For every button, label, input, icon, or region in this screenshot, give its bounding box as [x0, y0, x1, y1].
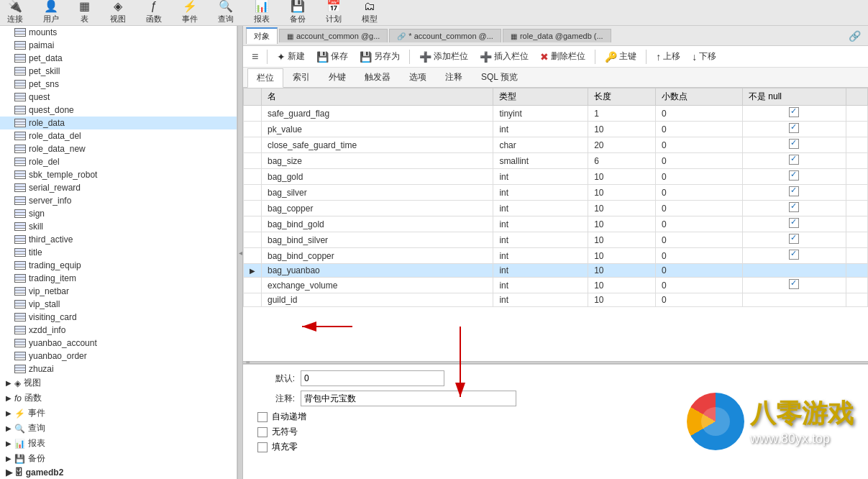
toolbar-event[interactable]: ⚡ 事件 [178, 0, 202, 26]
comment-input[interactable] [301, 391, 516, 406]
sidebar-group-view[interactable]: ▶ ◈ 视图 [0, 375, 237, 391]
toolbar-function[interactable]: ƒ 函数 [142, 0, 166, 26]
table-row[interactable]: bag_size smallint 6 0 [244, 153, 868, 169]
table-row[interactable]: bag_silver int 10 0 [244, 185, 868, 201]
move-up-button[interactable]: ↑ 上移 [651, 48, 685, 65]
auto-increment-checkbox[interactable] [257, 412, 268, 422]
field-tab-index[interactable]: 索引 [283, 68, 319, 87]
sidebar-item-mounts[interactable]: mounts [0, 26, 237, 39]
tab-account-common-1[interactable]: ▦ account_common @g... [279, 29, 388, 42]
unsigned-checkbox[interactable] [257, 427, 268, 437]
report-icon: 📊 [255, 1, 269, 12]
sidebar-item-role-data[interactable]: role_data [0, 117, 237, 129]
tab-account-common-2[interactable]: 🔗 * account_common @... [389, 29, 501, 42]
sidebar-resize-handle[interactable]: ◂ [237, 26, 243, 479]
toolbar-connect[interactable]: 🔌 连接 [3, 0, 27, 26]
sidebar-db-gamedb2[interactable]: ▶ 🗄 gamedb2 [0, 466, 237, 479]
table-row[interactable]: bag_bind_silver int 10 0 [244, 232, 868, 248]
sidebar-group-report[interactable]: ▶ 📊 报表 [0, 436, 237, 451]
table-row[interactable]: bag_gold int 10 0 [244, 169, 868, 185]
table-area[interactable]: 名 类型 长度 小数点 不是 null safe_guard_flag tiny… [243, 88, 868, 361]
table-row[interactable]: bag_bind_copper int 10 0 [244, 248, 868, 264]
sidebar-item-quest[interactable]: quest [0, 91, 237, 104]
field-tab-trigger[interactable]: 触发器 [355, 68, 400, 87]
table-row[interactable]: safe_guard_flag tinyint 1 0 [244, 106, 868, 122]
col-scroll [846, 88, 868, 106]
sidebar-item-yuanbao-account[interactable]: yuanbao_account [0, 337, 237, 350]
sidebar-item-paimai[interactable]: paimai [0, 39, 237, 52]
toolbar-user[interactable]: 👤 用户 [39, 0, 63, 26]
sidebar-item-skill[interactable]: skill [0, 220, 237, 233]
cell-name: exchange_volume [262, 278, 493, 293]
tab-object-label: 对象 [254, 31, 270, 42]
sidebar-item-trading-equip[interactable]: trading_equip [0, 259, 237, 272]
sidebar-item-trading-item[interactable]: trading_item [0, 272, 237, 285]
sidebar-item-xzdd-info[interactable]: xzdd_info [0, 324, 237, 337]
table-row[interactable]: ▶ bag_yuanbao int 10 0 [244, 264, 868, 278]
sidebar-item-yuanbao-order[interactable]: yuanbao_order [0, 350, 237, 362]
sidebar-group-event[interactable]: ▶ ⚡ 事件 [0, 406, 237, 421]
menu-icon[interactable]: ≡ [247, 49, 262, 65]
tab-link-button[interactable]: 🔗 [844, 29, 865, 43]
table-icon-role-data-del [14, 132, 26, 140]
field-tab-options[interactable]: 选项 [400, 68, 436, 87]
save-as-button[interactable]: 💾 另存为 [355, 48, 405, 65]
sidebar-item-serial-reward[interactable]: serial_reward [0, 181, 237, 194]
zerofill-checkbox[interactable] [257, 442, 268, 452]
table-row[interactable]: close_safe_guard_time char 20 0 [244, 137, 868, 153]
event-group-icon: ⚡ [14, 409, 25, 419]
sidebar-item-third-active[interactable]: third_active [0, 233, 237, 246]
save-button[interactable]: 💾 保存 [311, 48, 353, 65]
toolbar-model[interactable]: 🗂 模型 [357, 0, 382, 26]
field-tab-comment[interactable]: 注释 [436, 68, 472, 87]
sidebar-item-zhuzai[interactable]: zhuzai [0, 362, 237, 375]
sidebar-item-vip-stall[interactable]: vip_stall [0, 298, 237, 311]
toolbar-schedule[interactable]: 📅 计划 [321, 0, 346, 26]
table-row[interactable]: guild_id int 10 0 [244, 293, 868, 307]
sidebar-group-function[interactable]: ▶ fo 函数 [0, 391, 237, 406]
table-row[interactable]: exchange_volume int 10 0 [244, 278, 868, 293]
sidebar-item-pet-skill[interactable]: pet_skill [0, 65, 237, 78]
new-button[interactable]: ✦ 新建 [272, 48, 310, 65]
toolbar-view[interactable]: ◈ 视图 [106, 0, 130, 26]
auto-increment-label: 自动递增 [272, 411, 306, 423]
field-tab-columns[interactable]: 栏位 [247, 68, 283, 88]
sidebar-item-pet-sns[interactable]: pet_sns [0, 78, 237, 91]
toolbar-report[interactable]: 📊 报表 [250, 0, 274, 26]
sidebar-item-sbk[interactable]: sbk_temple_robot [0, 168, 237, 181]
delete-column-button[interactable]: ✖ 删除栏位 [535, 48, 590, 65]
insert-column-button[interactable]: ➕ 插入栏位 [475, 48, 534, 65]
sidebar-item-role-del[interactable]: role_del [0, 155, 237, 168]
col-arrow [244, 88, 262, 106]
save-as-label: 另存为 [374, 50, 400, 63]
sidebar-item-vip-netbar[interactable]: vip_netbar [0, 285, 237, 298]
cell-type: int [493, 293, 588, 307]
move-down-button[interactable]: ↓ 下移 [687, 48, 721, 65]
toolbar-query[interactable]: 🔍 查询 [214, 0, 238, 26]
sidebar-group-backup[interactable]: ▶ 💾 备份 [0, 451, 237, 466]
toolbar-backup[interactable]: 💾 备份 [285, 0, 310, 26]
sidebar-item-server-info[interactable]: server_info [0, 194, 237, 207]
table-row[interactable]: pk_value int 10 0 [244, 122, 868, 137]
toolbar-table[interactable]: ▦ 表 [75, 0, 94, 26]
down-icon: ↓ [692, 51, 697, 63]
sidebar-item-pet-data[interactable]: pet_data [0, 52, 237, 65]
arrow-right-icon6: ▶ [6, 455, 12, 462]
sidebar-group-query[interactable]: ▶ 🔍 查询 [0, 421, 237, 436]
tab-object[interactable]: 对象 [246, 27, 278, 44]
add-column-button[interactable]: ➕ 添加栏位 [414, 48, 473, 65]
default-input[interactable] [301, 370, 444, 386]
field-tab-foreign-key[interactable]: 外键 [319, 68, 355, 87]
field-tab-sql[interactable]: SQL 预览 [472, 68, 527, 87]
sidebar-item-role-data-del[interactable]: role_data_del [0, 129, 237, 142]
sidebar-item-quest-done[interactable]: quest_done [0, 104, 237, 117]
sidebar-item-sign[interactable]: sign [0, 207, 237, 220]
sidebar-item-role-data-new[interactable]: role_data_new [0, 142, 237, 155]
tab-role-data[interactable]: ▦ role_data @gamedb (... [503, 29, 611, 42]
sidebar-label-yuanbao-account: yuanbao_account [29, 338, 97, 348]
table-row[interactable]: bag_copper int 10 0 [244, 201, 868, 216]
sidebar-item-title[interactable]: title [0, 246, 237, 259]
sidebar-item-visiting-card[interactable]: visiting_card [0, 311, 237, 324]
table-row[interactable]: bag_bind_gold int 10 0 [244, 216, 868, 232]
primary-key-button[interactable]: 🔑 主键 [600, 48, 641, 65]
